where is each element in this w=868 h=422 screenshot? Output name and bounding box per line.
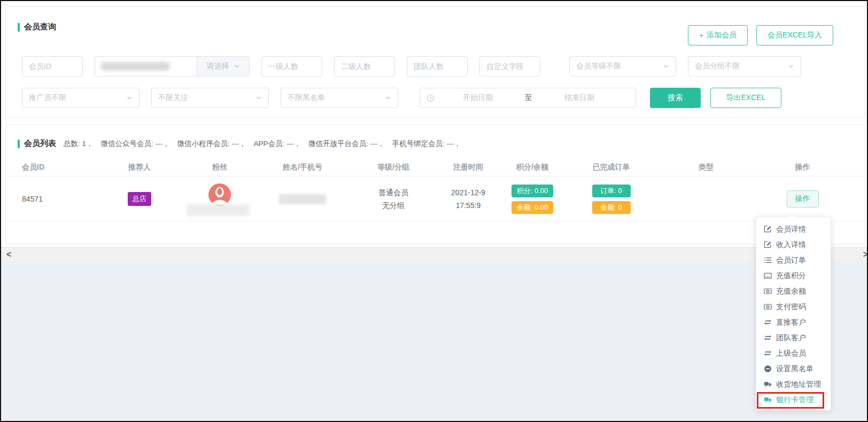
credit-card-icon	[764, 272, 772, 280]
menu-item-recharge-balance[interactable]: 充值余额	[756, 283, 831, 299]
menu-item-team-customers[interactable]: 团队客户	[756, 330, 831, 346]
level2-count-input[interactable]	[341, 57, 388, 76]
blurred-text	[100, 62, 170, 71]
query-top-buttons: + 添加会员 会员EXCEL导入	[688, 25, 833, 45]
plus-icon: +	[699, 31, 703, 40]
menu-item-income-detail[interactable]: 收入详情	[756, 237, 831, 252]
blacklist-select[interactable]: 不限黑名单	[281, 88, 398, 108]
clock-icon	[427, 94, 435, 102]
menu-item-direct-customers[interactable]: 直推客户	[756, 314, 831, 330]
row-action-dropdown-menu: 会员详情 收入详情 会员订单 充值积分 充值余额 支付密码 直推客户 团队客户 …	[756, 217, 831, 411]
menu-item-bank-card-management[interactable]: 银行卡管理	[756, 392, 831, 408]
filter-row-2: 推广员不限 不限关注 不限黑名单 开始日期 至 结束日期 搜索 导出E	[22, 88, 781, 108]
cell-member-id: 84571	[22, 195, 97, 203]
exchange-icon	[764, 334, 772, 342]
chevron-down-icon	[788, 63, 794, 70]
search-button[interactable]: 搜索	[650, 88, 701, 108]
cell-referrer: 总店	[97, 192, 182, 206]
cell-reg-time: 2021-12-9 17:55:9	[439, 186, 498, 212]
col-points-balance: 积分/余额	[498, 163, 567, 172]
cell-actions: 操作	[757, 190, 848, 208]
custom-field-field	[479, 56, 540, 76]
keyword-input-blurred[interactable]	[95, 57, 197, 76]
filter-row-1: 请选择 会员等级不限 会员分组不限	[22, 56, 801, 76]
col-name-phone: 姓名/手机号	[257, 163, 348, 172]
team-count-field	[407, 56, 468, 76]
col-referrer: 推荐人	[97, 163, 182, 172]
reg-date: 2021-12-9	[439, 186, 498, 199]
list-section-header: 会员列表 总数: 1， 微信公众号会员: ---， 微信小程序会员: ---， …	[6, 125, 864, 149]
cell-fans	[182, 177, 257, 221]
col-reg-time: 注册时间	[439, 163, 498, 172]
chevron-down-icon	[255, 95, 262, 101]
date-separator: 至	[518, 93, 539, 103]
chevron-down-icon	[126, 95, 133, 101]
table-header-row: 会员ID 推荐人 粉丝 姓名/手机号 等级/分组 注册时间 积分/余额 已完成订…	[6, 158, 864, 177]
member-group: 无分组	[348, 199, 439, 212]
cell-name-phone	[257, 194, 348, 204]
member-query-card: 会员查询 + 添加会员 会员EXCEL导入 请选择	[5, 6, 865, 118]
table-row: 84571 总店 普通会员 无分组 2021-12-9 17:55:9	[6, 177, 864, 221]
menu-item-recharge-points[interactable]: 充值积分	[756, 268, 831, 283]
member-list-card: 会员列表 总数: 1， 微信公众号会员: ---， 微信小程序会员: ---， …	[5, 124, 865, 245]
chevron-down-icon	[385, 95, 391, 101]
stat-phone-bound: 手机号绑定会员: ---，	[392, 139, 461, 149]
menu-item-set-blacklist[interactable]: 设置黑名单	[756, 361, 831, 377]
scroll-right-icon[interactable]: >	[863, 249, 868, 260]
member-admin-page: { "colors": { "accent_teal": "#2BBE9E", …	[0, 0, 868, 422]
reg-time: 17:55:9	[439, 199, 498, 212]
stat-wechat-mini: 微信小程序会员: ---，	[177, 139, 246, 149]
exchange-icon	[764, 349, 772, 357]
add-member-button[interactable]: + 添加会员	[688, 25, 748, 45]
col-member-id: 会员ID	[22, 163, 97, 172]
money-icon	[764, 303, 772, 311]
level1-count-input[interactable]	[268, 57, 315, 76]
member-group-select[interactable]: 会员分组不限	[688, 56, 801, 76]
cell-completed-orders: 订单: 0 金额: 0	[567, 185, 655, 214]
truck-icon	[764, 396, 772, 404]
custom-field-input[interactable]	[486, 57, 533, 76]
col-actions: 操作	[757, 163, 848, 172]
stat-total: 总数: 1，	[64, 139, 94, 149]
cell-level-group: 普通会员 无分组	[348, 186, 439, 212]
amount-badge: 金额: 0	[592, 201, 631, 214]
query-section-title: 会员查询	[24, 22, 56, 32]
export-excel-button[interactable]: 导出EXCEL	[710, 88, 781, 108]
menu-item-payment-password[interactable]: 支付密码	[756, 299, 831, 314]
edit-icon	[764, 225, 772, 233]
scroll-left-icon[interactable]: <	[6, 249, 11, 260]
menu-item-shipping-address[interactable]: 收货地址管理	[756, 377, 831, 392]
level2-count-field	[334, 56, 395, 76]
keyword-type-select[interactable]: 请选择	[197, 57, 249, 76]
date-range-picker[interactable]: 开始日期 至 结束日期	[420, 88, 636, 108]
section-accent-bar	[18, 23, 20, 32]
points-badge: 积分: 0.00	[511, 185, 554, 197]
menu-item-member-orders[interactable]: 会员订单	[756, 252, 831, 268]
referrer-badge: 总店	[128, 192, 151, 206]
level1-count-field	[261, 56, 322, 76]
member-level-select[interactable]: 会员等级不限	[569, 56, 676, 76]
date-start-placeholder[interactable]: 开始日期	[438, 93, 518, 103]
follow-select[interactable]: 不限关注	[151, 88, 269, 108]
exchange-icon	[764, 318, 772, 326]
horizontal-scrollbar[interactable]: < >	[1, 247, 867, 261]
blurred-nickname	[187, 204, 250, 216]
menu-item-member-detail[interactable]: 会员详情	[756, 221, 831, 237]
keyword-input-group: 请选择	[95, 56, 250, 76]
list-icon	[764, 256, 772, 264]
stat-wechat-open: 微信开放平台会员: ---，	[308, 139, 385, 149]
chevron-down-icon	[234, 63, 240, 70]
stat-wechat-official: 微信公众号会员: ---，	[101, 139, 170, 149]
row-action-button[interactable]: 操作	[787, 190, 819, 208]
promoter-select[interactable]: 推广员不限	[22, 88, 140, 108]
member-stats: 总数: 1， 微信公众号会员: ---， 微信小程序会员: ---， APP会员…	[64, 139, 469, 149]
col-level-group: 等级/分组	[348, 163, 439, 172]
page-background	[1, 261, 867, 421]
member-excel-import-button[interactable]: 会员EXCEL导入	[756, 25, 833, 45]
team-count-input[interactable]	[414, 57, 461, 76]
section-accent-bar	[18, 140, 20, 148]
date-end-placeholder[interactable]: 结束日期	[539, 93, 619, 103]
member-level: 普通会员	[348, 186, 439, 199]
menu-item-upline-member[interactable]: 上级会员	[756, 346, 831, 361]
member-id-input[interactable]	[29, 57, 76, 76]
